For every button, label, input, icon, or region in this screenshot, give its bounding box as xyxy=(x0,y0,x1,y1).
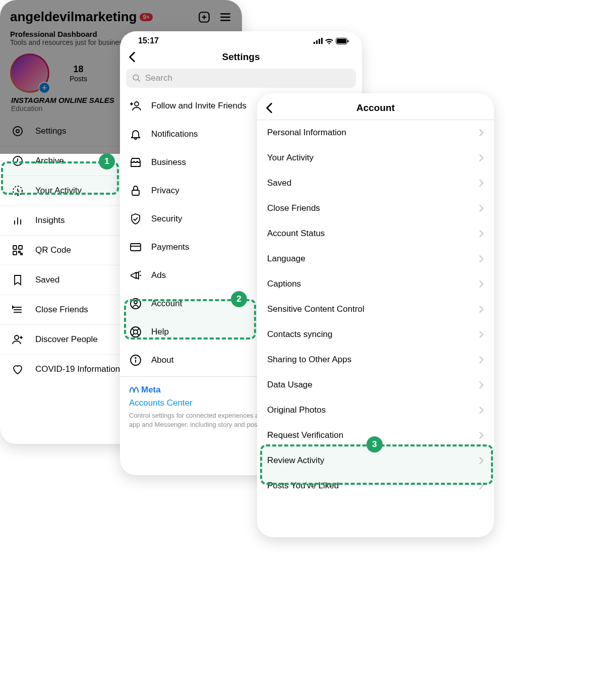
battery-icon xyxy=(336,38,349,44)
posts-count: 18 xyxy=(70,64,87,75)
info-icon xyxy=(129,354,142,367)
posts-stat[interactable]: 18 Posts xyxy=(70,64,87,83)
settings-label: Notifications xyxy=(151,129,198,139)
settings-label: Security xyxy=(151,214,182,224)
avatar[interactable]: + xyxy=(10,53,49,93)
step-1-badge: 1 xyxy=(99,153,115,170)
svg-rect-13 xyxy=(13,246,17,249)
svg-line-48 xyxy=(137,328,139,330)
phone-account: Account Personal Information Your Activi… xyxy=(257,93,494,537)
settings-label: Help xyxy=(151,327,169,337)
svg-point-52 xyxy=(135,358,136,359)
shield-icon xyxy=(129,212,142,225)
chevron-right-icon xyxy=(479,305,484,313)
profile-username-row[interactable]: angeldevilmarketing 9+ xyxy=(10,9,153,25)
svg-point-43 xyxy=(134,301,137,304)
chevron-right-icon xyxy=(479,431,484,439)
account-item-close-friends[interactable]: Close Friends xyxy=(257,196,494,221)
chevron-right-icon xyxy=(479,406,484,414)
item-label: Sensitive Content Control xyxy=(267,304,364,314)
chevron-right-icon xyxy=(479,230,484,238)
item-label: Review Activity xyxy=(267,456,324,466)
item-label: Saved xyxy=(267,178,291,188)
svg-rect-15 xyxy=(13,251,17,255)
settings-label: About xyxy=(151,355,173,365)
posts-label: Posts xyxy=(70,75,87,83)
svg-rect-17 xyxy=(21,253,22,255)
item-label: Captions xyxy=(267,279,301,289)
settings-label: Ads xyxy=(151,270,166,280)
status-time: 15:17 xyxy=(138,36,159,45)
chevron-right-icon xyxy=(479,255,484,263)
credit-card-icon xyxy=(129,241,142,254)
signal-icon xyxy=(314,38,323,44)
page-title: Settings xyxy=(120,51,362,63)
svg-point-32 xyxy=(133,75,139,80)
account-item-data-usage[interactable]: Data Usage xyxy=(257,372,494,398)
svg-line-47 xyxy=(137,333,139,335)
heart-info-icon xyxy=(11,363,24,376)
account-item-personal-info[interactable]: Personal Information xyxy=(257,120,494,145)
menu-label: Close Friends xyxy=(35,305,88,315)
item-label: Sharing to Other Apps xyxy=(267,355,351,365)
svg-point-34 xyxy=(135,102,139,106)
notification-count-badge: 9+ xyxy=(140,13,153,21)
svg-line-49 xyxy=(132,333,134,335)
chevron-right-icon xyxy=(479,154,484,162)
account-item-sharing-other-apps[interactable]: Sharing to Other Apps xyxy=(257,347,494,372)
svg-rect-28 xyxy=(321,38,323,44)
settings-label: Privacy xyxy=(151,186,179,196)
chevron-right-icon xyxy=(479,330,484,338)
add-story-plus-icon[interactable]: + xyxy=(38,82,50,94)
wifi-icon xyxy=(325,38,334,44)
megaphone-icon xyxy=(129,269,142,282)
account-item-posts-liked[interactable]: Posts You've Liked xyxy=(257,473,494,498)
settings-label: Account xyxy=(151,299,182,309)
chevron-right-icon xyxy=(479,457,484,465)
account-item-contacts-syncing[interactable]: Contacts syncing xyxy=(257,322,494,347)
svg-rect-37 xyxy=(132,190,139,195)
item-label: Personal Information xyxy=(267,128,346,138)
menu-label: Archive xyxy=(35,156,64,166)
item-label: Contacts syncing xyxy=(267,329,332,340)
bookmark-icon xyxy=(11,273,24,287)
item-label: Data Usage xyxy=(267,380,313,390)
account-item-captions[interactable]: Captions xyxy=(257,271,494,297)
svg-rect-16 xyxy=(19,251,20,253)
create-post-icon[interactable] xyxy=(198,11,211,24)
step-2-badge: 2 xyxy=(231,291,247,307)
chevron-right-icon xyxy=(479,356,484,364)
account-item-account-status[interactable]: Account Status xyxy=(257,221,494,246)
settings-label: Payments xyxy=(151,242,190,252)
item-label: Close Friends xyxy=(267,203,320,213)
svg-rect-38 xyxy=(131,244,141,251)
hamburger-menu-icon[interactable] xyxy=(219,11,232,24)
chevron-right-icon xyxy=(479,179,484,187)
svg-point-45 xyxy=(134,330,138,334)
svg-line-33 xyxy=(138,79,140,82)
chevron-right-icon xyxy=(479,482,484,490)
chevron-right-icon xyxy=(479,381,484,389)
menu-label: Your Activity xyxy=(35,186,82,196)
qr-code-icon xyxy=(11,244,24,257)
bell-icon xyxy=(129,128,142,141)
account-item-language[interactable]: Language xyxy=(257,246,494,271)
settings-label: Business xyxy=(151,157,186,167)
gear-icon xyxy=(11,125,24,138)
discover-people-icon xyxy=(11,333,24,346)
menu-label: Insights xyxy=(35,215,65,225)
svg-point-7 xyxy=(16,130,19,133)
svg-rect-26 xyxy=(316,40,318,44)
account-item-your-activity[interactable]: Your Activity xyxy=(257,145,494,171)
svg-point-6 xyxy=(13,127,22,136)
account-item-saved[interactable]: Saved xyxy=(257,171,494,196)
lock-icon xyxy=(129,184,142,197)
storefront-icon xyxy=(129,156,142,169)
account-item-original-photos[interactable]: Original Photos xyxy=(257,398,494,423)
svg-rect-30 xyxy=(337,39,346,43)
account-item-sensitive-content[interactable]: Sensitive Content Control xyxy=(257,297,494,322)
item-label: Your Activity xyxy=(267,153,314,163)
account-icon xyxy=(129,297,142,310)
item-label: Account Status xyxy=(267,229,325,239)
search-input[interactable]: Search xyxy=(126,69,356,88)
